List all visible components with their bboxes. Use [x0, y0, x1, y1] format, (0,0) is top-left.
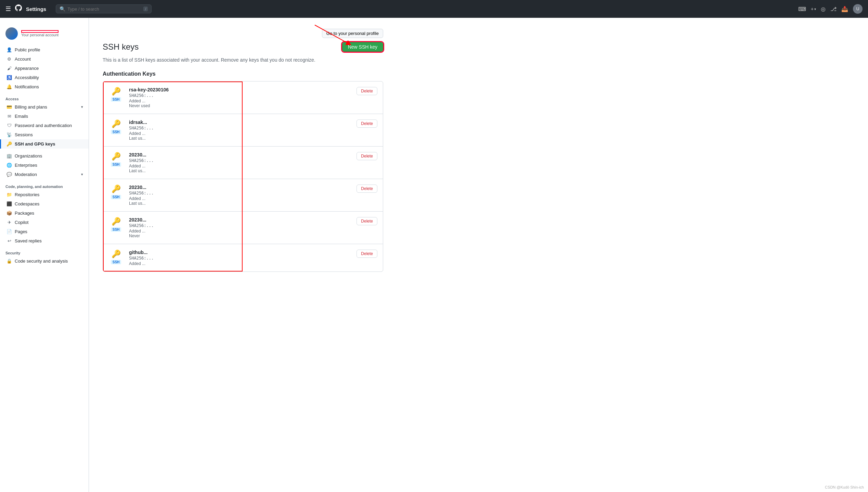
delete-button[interactable]: Delete: [357, 119, 377, 128]
ssh-key-icon-wrap: 🔑 SSH: [108, 152, 124, 167]
ssh-key-icon-wrap: 🔑 SSH: [108, 119, 124, 134]
ssh-key-last-used: Never: [129, 234, 351, 238]
sidebar-label: Moderation: [15, 172, 37, 177]
ssh-key-name: 20230...: [129, 185, 351, 190]
top-right-actions: Go to your personal profile: [103, 29, 383, 38]
ssh-key-name: 20230...: [129, 152, 351, 157]
sidebar-label: Accessibility: [15, 75, 39, 80]
sidebar-item-billing[interactable]: 💳 Billing and plans ▾: [0, 102, 89, 112]
sidebar-item-copilot[interactable]: ✈ Copilot: [0, 218, 89, 227]
shield-icon: 🛡: [7, 123, 12, 128]
ssh-key-item: 🔑 SSH rsa-key-20230106 SHA256:... Added …: [103, 81, 383, 114]
key-icon: 🔑: [112, 250, 121, 258]
nav-settings-title: Settings: [26, 6, 46, 12]
inbox-icon[interactable]: 📥: [841, 6, 848, 12]
new-ssh-key-button[interactable]: New SSH key: [342, 42, 383, 52]
reply-icon: ↩: [7, 238, 12, 243]
sidebar-label: Code security and analysis: [15, 258, 68, 264]
ssh-key-sha: SHA256:...: [129, 158, 351, 163]
new-menu[interactable]: + ▾: [811, 6, 816, 12]
search-box[interactable]: 🔍 /: [56, 4, 152, 13]
ssh-key-info: 20230... SHA256:... Added ... Last us...: [129, 152, 351, 173]
sidebar-label: Billing and plans: [15, 104, 47, 110]
page-title: SSH keys: [103, 42, 139, 52]
plus-icon: +: [811, 6, 814, 12]
terminal-icon[interactable]: ⌨: [798, 6, 806, 12]
shield-lock-icon: 🔒: [7, 258, 12, 264]
sidebar-section-access: Access 💳 Billing and plans ▾ ✉ Emails 🛡 …: [0, 94, 89, 149]
chevron-down-icon: ▾: [81, 172, 83, 177]
delete-button[interactable]: Delete: [357, 152, 377, 160]
ssh-key-sha: SHA256:...: [129, 256, 351, 261]
sidebar-item-enterprises[interactable]: 🌐 Enterprises: [0, 161, 89, 170]
ssh-key-name: idrsak...: [129, 119, 351, 125]
copilot-icon: ✈: [7, 220, 12, 225]
ssh-key-last-used: Last us...: [129, 136, 351, 141]
sidebar-item-code-security[interactable]: 🔒 Code security and analysis: [0, 256, 89, 266]
sidebar-label: Appearance: [15, 66, 39, 71]
sidebar-item-account[interactable]: ⚙ Account: [0, 54, 89, 64]
delete-button[interactable]: Delete: [357, 250, 377, 258]
sidebar-item-pages[interactable]: 📄 Pages: [0, 227, 89, 236]
github-logo[interactable]: [15, 4, 22, 13]
sidebar-item-notifications[interactable]: 🔔 Notifications: [0, 82, 89, 91]
ssh-key-sha: SHA256:...: [129, 223, 351, 228]
sidebar-item-saved-replies[interactable]: ↩ Saved replies: [0, 236, 89, 245]
delete-button[interactable]: Delete: [357, 217, 377, 225]
sidebar-item-moderation[interactable]: 💬 Moderation ▾: [0, 170, 89, 179]
pull-request-icon[interactable]: ⎇: [830, 6, 837, 12]
sidebar-label: Password and authentication: [15, 123, 72, 128]
ssh-key-name: rsa-key-20230106: [129, 87, 351, 92]
username-box: [21, 30, 59, 33]
sidebar-item-emails[interactable]: ✉ Emails: [0, 112, 89, 121]
ssh-key-added: Added ...: [129, 164, 351, 168]
hamburger-icon[interactable]: ☰: [5, 5, 11, 13]
ssh-key-added: Added ...: [129, 99, 351, 103]
activity-icon[interactable]: ◎: [821, 6, 826, 12]
ssh-type-badge: SSH: [111, 162, 121, 167]
ssh-key-sha: SHA256:...: [129, 93, 351, 98]
ssh-key-last-used: Never used: [129, 103, 351, 108]
sidebar-item-appearance[interactable]: 🖌 Appearance: [0, 64, 89, 73]
search-input[interactable]: [67, 7, 141, 12]
chevron-down-icon: ▾: [81, 105, 83, 109]
sidebar-item-packages[interactable]: 📦 Packages: [0, 209, 89, 218]
delete-button[interactable]: Delete: [357, 87, 377, 95]
personal-profile-button[interactable]: Go to your personal profile: [322, 29, 383, 38]
sidebar-item-password[interactable]: 🛡 Password and authentication: [0, 121, 89, 130]
sidebar-section-security: Security 🔒 Code security and analysis: [0, 248, 89, 266]
ssh-key-sha: SHA256:...: [129, 126, 351, 130]
sidebar: Your personal account 👤 Public profile ⚙…: [0, 18, 89, 283]
ssh-key-added: Added ...: [129, 131, 351, 136]
delete-button[interactable]: Delete: [357, 185, 377, 193]
codespace-icon: ⬛: [7, 201, 12, 206]
main-content: Go to your personal profile SSH keys New…: [89, 18, 397, 283]
ssh-key-icon-wrap: 🔑 SSH: [108, 87, 124, 102]
sidebar-label: Emails: [15, 114, 28, 119]
page-description: This is a list of SSH keys associated wi…: [103, 57, 383, 63]
sidebar-item-organizations[interactable]: 🏢 Organizations: [0, 151, 89, 161]
security-section-label: Security: [0, 248, 89, 256]
ssh-key-name: github...: [129, 250, 351, 255]
sidebar-label: Notifications: [15, 84, 39, 89]
org-icon: 🏢: [7, 153, 12, 159]
sidebar-item-sessions[interactable]: 📡 Sessions: [0, 130, 89, 139]
sidebar-item-repositories[interactable]: 📁 Repositories: [0, 190, 89, 199]
ssh-type-badge: SSH: [111, 195, 121, 199]
sidebar-item-ssh-gpg[interactable]: 🔑 SSH and GPG keys: [0, 139, 89, 149]
sidebar-item-public-profile[interactable]: 👤 Public profile: [0, 45, 89, 54]
search-icon: 🔍: [60, 6, 65, 12]
key-icon: 🔑: [112, 87, 121, 96]
user-avatar[interactable]: U: [853, 4, 863, 14]
comment-icon: 💬: [7, 172, 12, 177]
sidebar-label: SSH and GPG keys: [15, 141, 55, 147]
code-section-label: Code, planning, and automation: [0, 182, 89, 190]
bell-icon: 🔔: [7, 84, 12, 89]
ssh-key-added: Added ...: [129, 229, 351, 234]
sidebar-item-accessibility[interactable]: ♿ Accessibility: [0, 73, 89, 82]
sidebar-label: Account: [15, 56, 31, 62]
ssh-key-item: 🔑 SSH github... SHA256:... Added ... Del…: [103, 244, 383, 272]
sidebar-item-codespaces[interactable]: ⬛ Codespaces: [0, 199, 89, 209]
creditcard-icon: 💳: [7, 104, 12, 110]
sidebar-label: Repositories: [15, 192, 39, 197]
